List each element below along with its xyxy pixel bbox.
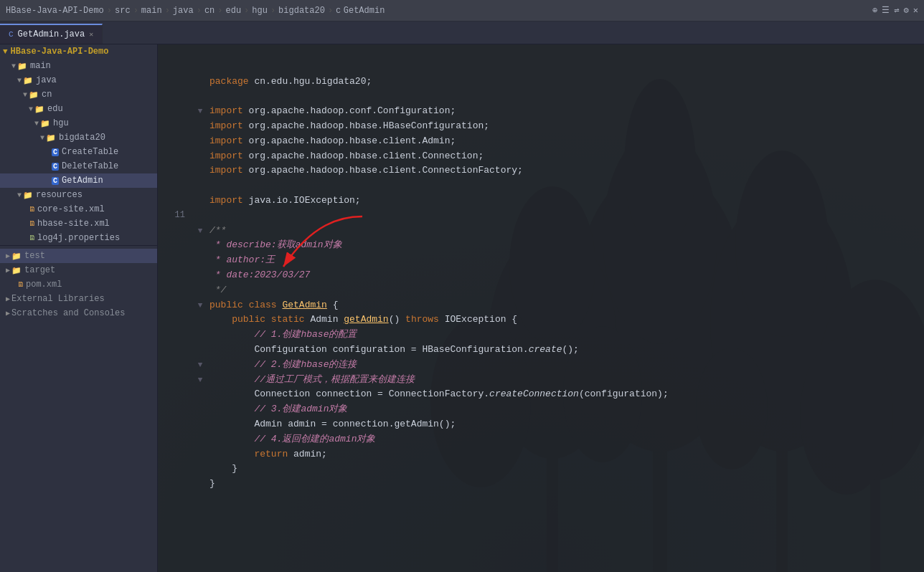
line-number: [158, 343, 194, 358]
tab-close-button[interactable]: ✕: [89, 30, 93, 39]
arrow-hgu: ▼: [34, 120, 39, 128]
sidebar-item-resources[interactable]: ▼ 📁 resources: [0, 188, 157, 202]
line-code: // 3.创建admin对象: [207, 402, 924, 417]
globe-icon[interactable]: ⊕: [872, 5, 877, 16]
sidebar-project[interactable]: ▼ HBase-Java-API-Demo: [0, 44, 157, 59]
code-editor[interactable]: package cn.edu.hgu.bigdata20; ▼ import o…: [158, 44, 924, 572]
table-row: * date:2023/03/27: [158, 268, 924, 283]
line-number: [158, 387, 194, 402]
table-row: 11: [158, 209, 924, 224]
breadcrumb-java[interactable]: java: [173, 6, 194, 16]
line-number: [158, 477, 194, 492]
line-code: import org.apache.hadoop.hbase.client.Co…: [207, 163, 924, 178]
sidebar-item-scratches[interactable]: ▶ Scratches and Consoles: [0, 306, 157, 320]
line-number: [158, 89, 194, 104]
breadcrumb-src[interactable]: src: [115, 6, 131, 16]
sidebar-item-edu[interactable]: ▼ 📁 edu: [0, 102, 157, 116]
settings-icon[interactable]: ⚙: [904, 5, 909, 16]
line-code: Configuration configuration = HBaseConfi…: [207, 343, 924, 358]
sidebar-item-core-site[interactable]: 🗎 core-site.xml: [0, 202, 157, 216]
editor-wrapper: package cn.edu.hgu.bigdata20; ▼ import o…: [158, 44, 924, 572]
breadcrumb-bigdata20[interactable]: bigdata20: [278, 6, 325, 16]
sidebar-label-java: java: [36, 75, 57, 85]
line-code: import org.apache.hadoop.hbase.HBaseConf…: [207, 119, 924, 134]
line-number: [158, 134, 194, 149]
line-number: [158, 432, 194, 447]
arrow-cn: ▼: [23, 91, 27, 99]
line-code: import org.apache.hadoop.hbase.client.Ad…: [207, 134, 924, 149]
line-number: [158, 373, 194, 388]
sidebar-item-GetAdmin[interactable]: C GetAdmin: [0, 173, 157, 188]
line-number: [158, 104, 194, 119]
sidebar-item-test[interactable]: ▶ 📁 test: [0, 249, 157, 263]
table-row: import org.apache.hadoop.hbase.client.Co…: [158, 163, 924, 178]
sidebar-item-cn[interactable]: ▼ 📁 cn: [0, 87, 157, 102]
table-row: package cn.edu.hgu.bigdata20;: [158, 75, 924, 90]
table-row: [158, 89, 924, 104]
table-row: Configuration configuration = HBaseConfi…: [158, 343, 924, 358]
line-number: [158, 119, 194, 134]
sidebar-item-main[interactable]: ▼ 📁 main: [0, 59, 157, 73]
sidebar-item-DeleteTable[interactable]: C DeleteTable: [0, 159, 157, 173]
line-number: [158, 44, 194, 59]
main-content: ▼ HBase-Java-API-Demo ▼ 📁 main ▼ 📁 java …: [0, 44, 924, 572]
xml-pom-icon: 🗎: [17, 280, 24, 289]
arrow-edu: ▼: [29, 105, 33, 113]
project-name-label: HBase-Java-API-Demo: [11, 47, 109, 57]
line-code: [207, 178, 924, 194]
table-row: [158, 44, 924, 59]
sidebar-label-test: test: [24, 251, 45, 261]
breadcrumb-hgu[interactable]: hgu: [252, 6, 268, 16]
sidebar-item-java[interactable]: ▼ 📁 java: [0, 73, 157, 87]
breadcrumb-cn[interactable]: cn: [204, 6, 214, 16]
sidebar-item-ext-libs[interactable]: ▶ External Libraries: [0, 292, 157, 306]
table-row: import org.apache.hadoop.hbase.client.Ad…: [158, 134, 924, 149]
sep1: ›: [107, 6, 112, 16]
close-icon[interactable]: ✕: [913, 5, 918, 16]
sidebar-bottom: ▶ 📁 test ▶ 📁 target 🗎 pom.xml ▶ External…: [0, 245, 157, 320]
fold-gutter[interactable]: [194, 44, 207, 59]
line-number: [158, 298, 194, 313]
breadcrumb-main[interactable]: main: [141, 6, 162, 16]
list-icon[interactable]: ☰: [882, 5, 890, 16]
sidebar-item-bigdata20[interactable]: ▼ 📁 bigdata20: [0, 130, 157, 145]
line-code: // 1.创建hbase的配置: [207, 328, 924, 343]
line-number: [158, 75, 194, 90]
line-number: [158, 283, 194, 298]
line-number: [158, 313, 194, 328]
arrow-main: ▼: [11, 62, 16, 70]
line-number: [158, 194, 194, 209]
table-row: import org.apache.hadoop.hbase.client.Co…: [158, 149, 924, 164]
table-row: ▼ // 2.创建hbase的连接: [158, 358, 924, 373]
sidebar-label-pom: pom.xml: [26, 280, 62, 290]
table-row: Connection connection = ConnectionFactor…: [158, 387, 924, 402]
folder-bigdata20-icon: 📁: [46, 133, 56, 143]
breadcrumb-project[interactable]: HBase-Java-API-Demo: [6, 6, 104, 16]
line-number: [158, 163, 194, 178]
sidebar-item-target[interactable]: ▶ 📁 target: [0, 263, 157, 277]
sidebar-item-log4j[interactable]: 🗎 log4j.properties: [0, 231, 157, 245]
line-number: [158, 402, 194, 417]
breadcrumb-getadmin[interactable]: GetAdmin: [344, 6, 385, 16]
sidebar-item-hgu[interactable]: ▼ 📁 hgu: [0, 116, 157, 130]
arrow-test: ▶: [6, 252, 10, 260]
sidebar-item-CreateTable[interactable]: C CreateTable: [0, 145, 157, 159]
table-row: // 3.创建admin对象: [158, 402, 924, 417]
project-icon: ▼: [3, 47, 8, 56]
line-code: import org.apache.hadoop.hbase.client.Co…: [207, 149, 924, 164]
line-code: Connection connection = ConnectionFactor…: [207, 387, 924, 402]
line-code: [207, 209, 924, 224]
sidebar-label-hbase-site: hbase-site.xml: [37, 219, 110, 229]
sidebar-item-pom[interactable]: 🗎 pom.xml: [0, 277, 157, 292]
breadcrumb-edu[interactable]: edu: [225, 6, 241, 16]
split-icon[interactable]: ⇌: [894, 5, 899, 16]
tab-getadmin[interactable]: C GetAdmin.java ✕: [0, 24, 103, 44]
table-row: ▼ import org.apache.hadoop.conf.Configur…: [158, 104, 924, 119]
sidebar-item-hbase-site[interactable]: 🗎 hbase-site.xml: [0, 216, 157, 231]
line-number: [158, 328, 194, 343]
code-table: package cn.edu.hgu.bigdata20; ▼ import o…: [158, 44, 924, 492]
sidebar-label-target: target: [24, 265, 55, 275]
line-number: 11: [158, 209, 194, 224]
table-row: [158, 178, 924, 194]
java-CreateTable-icon: C: [52, 148, 59, 156]
